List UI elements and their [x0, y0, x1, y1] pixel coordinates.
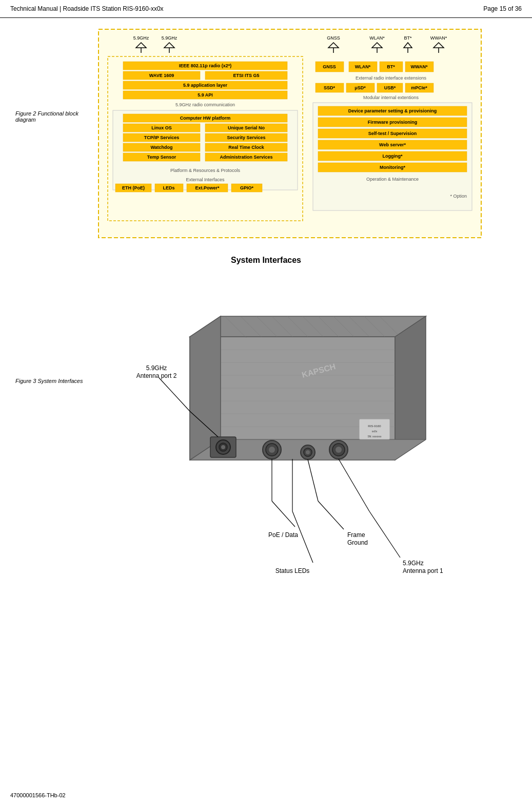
svg-text:GNSS: GNSS	[327, 35, 340, 41]
svg-marker-93	[190, 316, 426, 337]
svg-text:WLAN*: WLAN*	[369, 35, 385, 41]
svg-line-137	[159, 378, 190, 411]
svg-text:Ext.Power*: Ext.Power*	[195, 185, 220, 190]
section-heading: System Interfaces	[15, 256, 517, 265]
svg-line-141	[272, 501, 295, 527]
svg-text:Security Services: Security Services	[227, 135, 265, 140]
header-title: Technical Manual | Roadside ITS Station …	[10, 5, 164, 12]
svg-text:ETSI ITS G5: ETSI ITS G5	[233, 73, 259, 78]
svg-text:5.9 API: 5.9 API	[198, 92, 213, 98]
svg-text:Firmware provisioning: Firmware provisioning	[368, 120, 418, 125]
svg-text:Antenna port 2: Antenna port 2	[136, 372, 177, 379]
svg-text:ETH (PoE): ETH (PoE)	[122, 185, 145, 190]
svg-text:Modular internal extentions: Modular internal extentions	[363, 95, 419, 100]
svg-text:Operation & Maintenance: Operation & Maintenance	[366, 177, 419, 182]
svg-text:WWAN*: WWAN*	[411, 64, 428, 69]
figure3-label: Figure 3 System Interfaces	[15, 275, 97, 384]
svg-line-151	[369, 511, 400, 558]
figure2-label: Figure 2 Functional block diagram	[15, 28, 97, 123]
svg-point-130	[336, 447, 342, 453]
svg-text:mPCIe*: mPCIe*	[411, 85, 427, 90]
svg-text:Ground: Ground	[347, 539, 368, 546]
svg-text:μSD*: μSD*	[354, 85, 366, 90]
svg-text:TCP/IP Services: TCP/IP Services	[144, 135, 179, 140]
figure3-section: Figure 3 System Interfaces	[15, 275, 517, 624]
svg-text:Platform & Resources & Protoco: Platform & Resources & Protocols	[170, 168, 241, 173]
svg-text:LEDs: LEDs	[163, 185, 174, 190]
svg-text:5.9 application layer: 5.9 application layer	[183, 83, 228, 88]
svg-text:PoE / Data: PoE / Data	[268, 531, 298, 539]
page-footer: 47000001566-THb-02	[10, 792, 66, 798]
svg-text:5.9GHz: 5.9GHz	[403, 560, 424, 567]
device-illustration: KAPSCH RIS-9160 xx0x SN: xxxxxxx 5.9GHz …	[97, 275, 457, 624]
svg-text:Unique Serial No: Unique Serial No	[228, 125, 265, 130]
svg-text:Self-test / Supervision: Self-test / Supervision	[368, 131, 417, 136]
svg-text:5.9GHz: 5.9GHz	[146, 364, 167, 372]
svg-text:BT*: BT*	[387, 64, 395, 69]
svg-point-127	[306, 450, 310, 454]
svg-text:Status LEDs: Status LEDs	[275, 567, 310, 574]
svg-text:xx0x: xx0x	[372, 430, 378, 433]
svg-text:Administration Services: Administration Services	[220, 155, 272, 160]
device-image-area: KAPSCH RIS-9160 xx0x SN: xxxxxxx 5.9GHz …	[97, 275, 517, 624]
svg-text:BT*: BT*	[404, 35, 412, 41]
svg-text:GNSS: GNSS	[323, 64, 336, 69]
svg-text:WLAN*: WLAN*	[355, 64, 371, 69]
svg-text:External radio interface exten: External radio interface extensions	[356, 75, 427, 81]
svg-text:Logging*: Logging*	[383, 153, 403, 159]
svg-text:Linux OS: Linux OS	[151, 125, 172, 130]
svg-text:Antenna port 1: Antenna port 1	[403, 567, 443, 574]
svg-text:RIS-9160: RIS-9160	[368, 425, 381, 428]
svg-text:Computer HW platform: Computer HW platform	[180, 116, 231, 121]
svg-text:Web server*: Web server*	[379, 142, 406, 147]
svg-text:WWAN*: WWAN*	[430, 35, 447, 41]
svg-point-124	[269, 447, 275, 453]
svg-text:IEEE 802.11p radio (x2*): IEEE 802.11p radio (x2*)	[179, 63, 232, 68]
svg-text:Monitoring*: Monitoring*	[380, 165, 405, 170]
header-page: Page 15 of 36	[483, 5, 522, 12]
svg-text:SN: xxxxxxx: SN: xxxxxxx	[367, 435, 382, 438]
svg-text:External Interfaces: External Interfaces	[186, 177, 225, 182]
svg-text:Watchdog: Watchdog	[150, 145, 172, 150]
svg-text:Device parameter setting & pro: Device parameter setting & provisioning	[348, 108, 437, 113]
svg-text:Frame: Frame	[347, 531, 365, 539]
svg-point-121	[221, 445, 225, 449]
footer-doc-number: 47000001566-THb-02	[10, 792, 66, 798]
svg-text:SSD*: SSD*	[324, 85, 336, 90]
svg-text:5.9GHz: 5.9GHz	[133, 35, 149, 41]
svg-text:5.9GHz radio communication: 5.9GHz radio communication	[175, 102, 235, 107]
svg-text:* Option: * Option	[450, 194, 467, 199]
svg-text:Real Time Clock: Real Time Clock	[228, 145, 264, 150]
svg-text:USB*: USB*	[384, 85, 396, 90]
page-header: Technical Manual | Roadside ITS Station …	[0, 0, 532, 18]
svg-line-143	[308, 459, 318, 501]
svg-line-150	[339, 459, 369, 511]
svg-text:Temp Sensor: Temp Sensor	[147, 155, 176, 160]
figure2-section: Figure 2 Functional block diagram 5.9GHz…	[15, 28, 517, 240]
svg-text:GPIO*: GPIO*	[240, 185, 254, 190]
svg-text:5.9GHz: 5.9GHz	[162, 35, 178, 41]
svg-marker-95	[395, 316, 426, 460]
svg-line-144	[318, 501, 344, 529]
svg-text:WAVE 1609: WAVE 1609	[149, 73, 174, 78]
functional-block-diagram: 5.9GHz 5.9GHz GNSS WLAN* BT* WWAN*	[97, 28, 482, 239]
